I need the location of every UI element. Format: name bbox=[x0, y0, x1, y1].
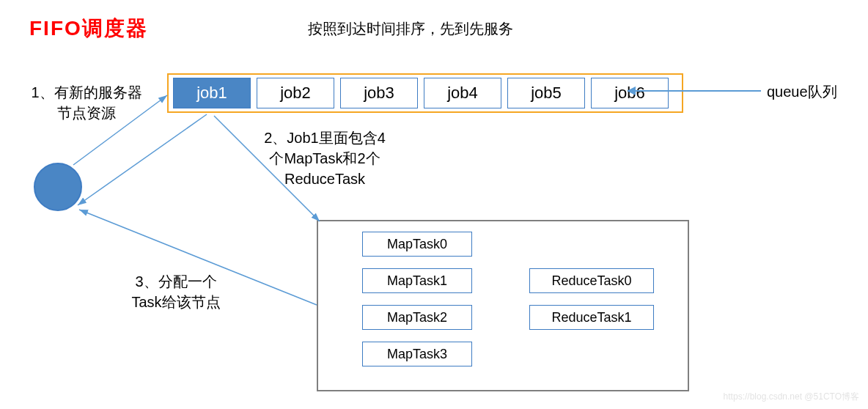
page-subtitle: 按照到达时间排序，先到先服务 bbox=[308, 19, 513, 39]
map-task-2: MapTask2 bbox=[362, 305, 472, 330]
note-1: 1、有新的服务器 节点资源 bbox=[13, 82, 160, 123]
note-1-line-1: 1、有新的服务器 bbox=[31, 84, 141, 100]
note-3: 3、分配一个 Task给该节点 bbox=[103, 271, 249, 312]
note-1-line-2: 节点资源 bbox=[57, 105, 116, 121]
queue-job-3: job3 bbox=[340, 78, 418, 108]
map-task-0: MapTask0 bbox=[362, 232, 472, 257]
arrow-job-to-server bbox=[78, 114, 207, 205]
note-3-line-1: 3、分配一个 bbox=[135, 273, 216, 290]
queue-container: job1 job2 job3 job4 job5 job6 bbox=[167, 73, 683, 113]
watermark: https://blog.csdn.net @51CTO博客 bbox=[724, 391, 859, 403]
note-2-line-1: 2、Job1里面包含4 bbox=[264, 130, 386, 146]
server-node bbox=[34, 163, 82, 211]
note-2: 2、Job1里面包含4 个MapTask和2个 ReduceTask bbox=[248, 128, 402, 189]
queue-job-4: job4 bbox=[424, 78, 501, 108]
reduce-task-1: ReduceTask1 bbox=[529, 305, 654, 330]
note-3-line-2: Task给该节点 bbox=[131, 294, 220, 310]
map-task-1: MapTask1 bbox=[362, 268, 472, 293]
queue-job-5: job5 bbox=[507, 78, 585, 108]
arrow-into-queue bbox=[628, 90, 761, 92]
queue-job-2: job2 bbox=[257, 78, 334, 108]
note-2-line-2: 个MapTask和2个 bbox=[269, 150, 380, 166]
map-task-3: MapTask3 bbox=[362, 342, 472, 366]
queue-job-1: job1 bbox=[173, 78, 251, 108]
queue-label: queue队列 bbox=[767, 82, 837, 102]
page-title: FIFO调度器 bbox=[29, 15, 148, 43]
task-container: MapTask0 MapTask1 MapTask2 MapTask3 Redu… bbox=[317, 220, 689, 391]
reduce-task-0: ReduceTask0 bbox=[529, 268, 654, 293]
note-2-line-3: ReduceTask bbox=[284, 171, 365, 187]
